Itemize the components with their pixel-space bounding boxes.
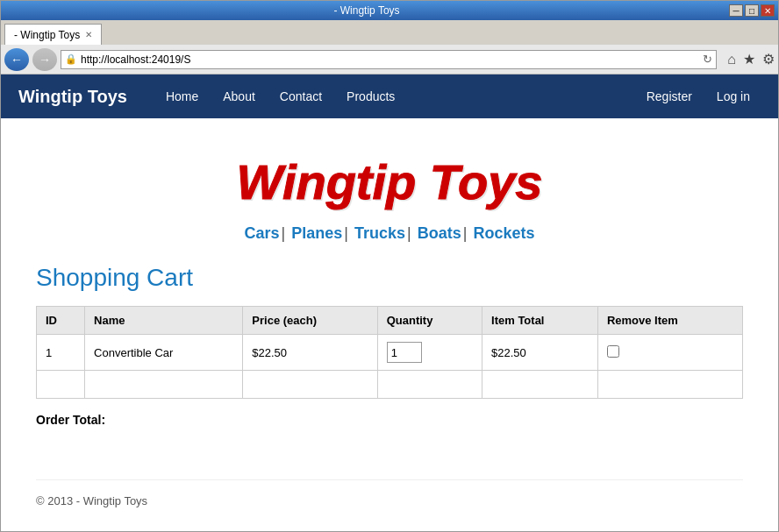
nav-item-home[interactable]: Home xyxy=(154,74,211,118)
browser-toolbar: ← → 🔒 ↻ ⌂ ★ ⚙ xyxy=(1,45,778,74)
nav-link-contact[interactable]: Contact xyxy=(268,74,334,118)
empty-cell-4 xyxy=(377,371,482,399)
cell-price: $22.50 xyxy=(243,335,377,371)
navbar: Wingtip Toys Home About Contact Products… xyxy=(1,74,778,118)
order-total-label: Order Total: xyxy=(36,413,105,427)
col-header-id: ID xyxy=(37,307,85,335)
site-title: Wingtip Toys xyxy=(36,153,743,210)
nav-link-about[interactable]: About xyxy=(211,74,268,118)
col-header-remove: Remove Item xyxy=(597,307,742,335)
col-header-name: Name xyxy=(85,307,243,335)
navbar-right: Register Log in xyxy=(636,74,761,118)
category-cars[interactable]: Cars xyxy=(245,224,280,242)
empty-cell-5 xyxy=(482,371,598,399)
tab-title: - Wingtip Toys xyxy=(14,29,80,41)
separator-4: | xyxy=(463,224,468,242)
category-rockets[interactable]: Rockets xyxy=(473,224,534,242)
cell-id: 1 xyxy=(37,335,85,371)
navbar-brand[interactable]: Wingtip Toys xyxy=(18,87,127,107)
tab-close-icon[interactable]: ✕ xyxy=(85,30,92,39)
col-header-item-total: Item Total xyxy=(482,307,598,335)
nav-link-home[interactable]: Home xyxy=(154,74,211,118)
close-button[interactable]: ✕ xyxy=(761,4,775,17)
cell-item-total: $22.50 xyxy=(482,335,598,371)
footer-text: © 2013 - Wingtip Toys xyxy=(36,494,147,507)
category-trucks[interactable]: Trucks xyxy=(354,224,405,242)
cell-name: Convertible Car xyxy=(85,335,243,371)
register-link[interactable]: Register xyxy=(636,74,703,118)
empty-cell-1 xyxy=(37,371,85,399)
title-bar: - Wingtip Toys ─ □ ✕ xyxy=(1,1,778,20)
empty-cell-6 xyxy=(597,371,742,399)
category-planes[interactable]: Planes xyxy=(291,224,342,242)
address-input[interactable] xyxy=(81,53,699,66)
minimize-button[interactable]: ─ xyxy=(729,4,743,17)
col-header-price: Price (each) xyxy=(243,307,377,335)
empty-cell-2 xyxy=(85,371,243,399)
security-icon: 🔒 xyxy=(65,53,77,65)
page-content: Wingtip Toys Home About Contact Products… xyxy=(1,74,778,531)
login-link[interactable]: Log in xyxy=(706,74,761,118)
browser-icons: ⌂ ★ ⚙ xyxy=(727,51,775,67)
cell-quantity[interactable] xyxy=(377,335,482,371)
category-boats[interactable]: Boats xyxy=(418,224,461,242)
separator-1: | xyxy=(282,224,286,242)
nav-item-contact[interactable]: Contact xyxy=(268,74,334,118)
forward-button[interactable]: → xyxy=(32,48,57,71)
nav-link-products[interactable]: Products xyxy=(334,74,407,118)
separator-2: | xyxy=(344,224,348,242)
table-header-row: ID Name Price (each) Quantity Item Total… xyxy=(37,307,743,335)
col-header-quantity: Quantity xyxy=(377,307,482,335)
nav-item-about[interactable]: About xyxy=(211,74,268,118)
home-icon[interactable]: ⌂ xyxy=(727,52,736,67)
separator-3: | xyxy=(407,224,411,242)
navbar-nav: Home About Contact Products xyxy=(154,74,636,118)
nav-item-products[interactable]: Products xyxy=(334,74,407,118)
section-title: Shopping Cart xyxy=(36,264,743,292)
title-bar-text: - Wingtip Toys xyxy=(4,4,729,17)
title-bar-buttons: ─ □ ✕ xyxy=(729,4,775,17)
empty-cell-3 xyxy=(243,371,377,399)
refresh-icon[interactable]: ↻ xyxy=(703,53,712,66)
order-total: Order Total: xyxy=(36,413,743,427)
remove-checkbox[interactable] xyxy=(607,345,619,358)
table-head: ID Name Price (each) Quantity Item Total… xyxy=(37,307,743,335)
tab-bar: - Wingtip Toys ✕ xyxy=(1,20,778,45)
address-bar: 🔒 ↻ xyxy=(61,50,717,69)
main-content: Wingtip Toys Cars| Planes| Trucks| Boats… xyxy=(1,118,778,531)
settings-icon[interactable]: ⚙ xyxy=(762,51,775,67)
category-nav: Cars| Planes| Trucks| Boats| Rockets xyxy=(36,224,743,243)
favorites-icon[interactable]: ★ xyxy=(743,51,755,67)
cell-remove[interactable] xyxy=(597,335,742,371)
maximize-button[interactable]: □ xyxy=(745,4,759,17)
table-row-empty xyxy=(37,371,743,399)
site-title-container: Wingtip Toys xyxy=(36,153,743,210)
table-row: 1 Convertible Car $22.50 $22.50 xyxy=(37,335,743,371)
cart-table: ID Name Price (each) Quantity Item Total… xyxy=(36,306,743,399)
browser-window: - Wingtip Toys ─ □ ✕ - Wingtip Toys ✕ ← … xyxy=(0,0,779,532)
footer: © 2013 - Wingtip Toys xyxy=(36,479,743,521)
browser-tab[interactable]: - Wingtip Toys ✕ xyxy=(4,24,102,45)
back-button[interactable]: ← xyxy=(4,48,29,71)
quantity-input[interactable] xyxy=(387,342,422,363)
table-body: 1 Convertible Car $22.50 $22.50 xyxy=(37,335,743,399)
